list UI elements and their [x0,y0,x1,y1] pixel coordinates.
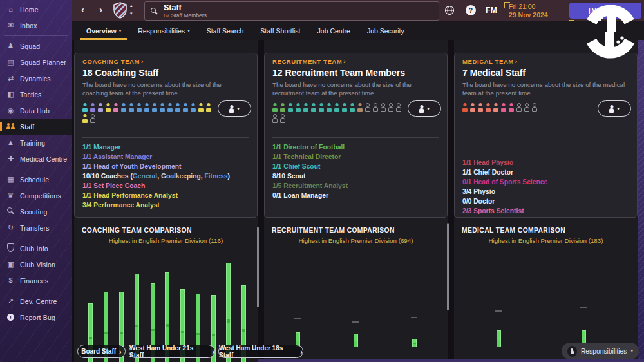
person-icon [198,103,204,112]
tab-job-security[interactable]: Job Security [359,21,413,40]
sidebar-item-inbox[interactable]: ✉Inbox [0,17,72,33]
sidebar: ⌂Home✉Inbox♟Squad▤Squad Planner⇄Dynamics… [0,0,72,362]
chevron-right-icon: › [119,348,122,356]
club-crest-icon[interactable] [113,2,127,21]
sidebar-item-transfers[interactable]: ↻Transfers [0,220,72,236]
coaching-team-card: COACHING TEAM› 18 Coaching Staff The boa… [74,53,258,218]
sidebar-item-label: Competitions [20,192,61,200]
role-count-row[interactable]: 3/4 Physio [462,187,629,196]
sidebar-item-dev-centre[interactable]: ↗Dev. Centre [0,293,72,309]
staff-filter-button[interactable]: ▾ [218,100,251,117]
person-icon [609,105,614,113]
west-ham-under-18s-staff-button[interactable]: West Ham Under 18s Staff› [218,345,303,358]
role-count-row[interactable]: 8/10 Scout [272,171,439,181]
recruitment-staff-count: 12 Recruitment Team Members [272,68,439,78]
responsibilities-button[interactable]: Responsibilities ▾ [562,343,639,359]
vacant-person-icon [516,103,522,112]
transfers-icon: ↻ [5,224,16,231]
responsibilities-icon [567,346,577,357]
recruitment-team-link[interactable]: RECRUITMENT TEAM› [272,58,439,65]
caret-up-icon[interactable]: ▴ [130,2,133,10]
tab-bar: Overview▾Responsibilities▾Staff SearchSt… [72,21,644,40]
sidebar-item-club-info[interactable]: Club Info [0,240,72,256]
team-switcher-carets[interactable]: ▴ ▾ [130,2,133,17]
person-icon [350,103,355,112]
tab-overview[interactable]: Overview▾ [78,21,129,40]
west-ham-under-21s-staff-button[interactable]: West Ham Under 21s Staff› [129,345,215,358]
sidebar-item-report-bug[interactable]: !Report Bug [0,309,72,325]
sidebar-item-competitions[interactable]: ♛Competitions [0,187,72,204]
board-staff-button[interactable]: Board Staff› [77,345,126,358]
person-icon [137,103,142,112]
role-count-row[interactable]: 0/1 Loan Manager [272,191,439,200]
forward-arrow-icon[interactable]: › [99,4,102,15]
sidebar-item-label: Finances [20,277,48,285]
column-scrollbar[interactable] [447,223,449,310]
sidebar-item-label: Inbox [20,22,37,30]
chevron-down-icon: ▾ [617,106,620,111]
sidebar-divider [4,291,68,291]
caret-down-icon[interactable]: ▾ [130,10,133,17]
date-time[interactable]: Fri 21:00 29 Nov 2024 [509,3,568,19]
coaching-team-link[interactable]: COACHING TEAM› [82,58,249,65]
medical-team-card: MEDICAL TEAM› 7 Medical Staff The board … [454,53,638,218]
role-count-row[interactable]: 1/1 Head Physio [462,158,629,167]
sidebar-item-club-vision[interactable]: ▣Club Vision [0,256,72,272]
role-count-row[interactable]: 0/0 Doctor [462,196,629,206]
person-icon [470,103,475,112]
role-count-row[interactable]: 1/1 Head of Youth Development [82,162,249,171]
sidebar-item-home[interactable]: ⌂Home [0,1,72,17]
role-count-row[interactable]: 2/3 Sports Scientist [462,206,629,216]
sidebar-item-staff[interactable]: Staff [0,119,72,135]
sidebar-item-data-hub[interactable]: ◉Data Hub [0,102,72,119]
sidebar-item-schedule[interactable]: ▦Schedule [0,171,72,187]
person-icon [419,105,424,113]
role-count-row[interactable]: 1/1 Chief Doctor [462,167,629,177]
sidebar-item-scouting[interactable]: Scouting [0,204,72,220]
sidebar-item-tactics[interactable]: ◧Tactics [0,86,72,102]
tab-job-centre[interactable]: Job Centre [309,21,359,40]
sidebar-item-squad[interactable]: ♟Squad [0,38,72,54]
comparison-bar [497,330,501,347]
data-hub-icon: ◉ [5,107,16,114]
role-count-row[interactable]: 3/4 Performance Analyst [82,200,249,210]
sidebar-item-finances[interactable]: $Finances [0,272,72,289]
role-count-row[interactable]: 1/1 Manager [82,142,249,152]
tab-staff-shortlist[interactable]: Staff Shortlist [252,21,308,40]
staff-filter-button[interactable]: ▾ [408,100,441,117]
person-icon [82,103,88,112]
world-icon[interactable] [444,5,455,18]
coaching-board-note: The board have no concerns about the siz… [82,81,246,98]
staff-filter-button[interactable]: ▾ [598,100,631,117]
role-count-row[interactable]: 1/1 Director of Football [272,142,439,152]
chevron-down-icon: ▾ [187,28,190,33]
tab-staff-search[interactable]: Staff Search [198,21,252,40]
medical-staff-count: 7 Medical Staff [462,68,629,78]
recruitment-board-note: The board have no concerns about the siz… [272,81,436,98]
role-count-row[interactable]: 1/1 Set Piece Coach [82,181,249,191]
person-icon [191,103,196,112]
column-scrollbar[interactable] [257,227,259,307]
sidebar-item-training[interactable]: ▲Training [0,135,72,151]
coaching-comparison-title: COACHING TEAM COMPARISON [82,227,192,234]
role-count-row[interactable]: 1/1 Technical Director [272,152,439,162]
role-count-row[interactable]: 10/10 Coaches (General, Goalkeeping, Fit… [82,171,249,181]
title-search-box[interactable]: Staff 67 Staff Members [144,1,439,21]
chevron-right-icon: › [212,348,214,356]
comparison-bar [354,334,358,347]
role-count-row[interactable]: 0/1 Head of Sports Science [462,177,629,187]
dynamics-icon: ⇄ [5,75,16,82]
role-count-row[interactable]: 1/5 Recruitment Analyst [272,181,439,191]
sidebar-item-medical-centre[interactable]: ✚Medical Centre [0,151,72,167]
sidebar-item-squad-planner[interactable]: ▤Squad Planner [0,54,72,70]
tab-responsibilities[interactable]: Responsibilities▾ [129,21,198,40]
vacant-person-icon [365,103,370,112]
role-count-row[interactable]: 1/1 Head Performance Analyst [82,191,249,200]
sidebar-item-label: Squad [20,43,40,50]
coaching-staff-icons [82,101,214,123]
help-icon[interactable]: ? [466,5,476,15]
role-count-row[interactable]: 1/1 Assistant Manager [82,152,249,162]
back-arrow-icon[interactable]: ‹ [81,4,84,15]
role-count-row[interactable]: 1/1 Chief Scout [272,162,439,171]
sidebar-item-dynamics[interactable]: ⇄Dynamics [0,70,72,86]
